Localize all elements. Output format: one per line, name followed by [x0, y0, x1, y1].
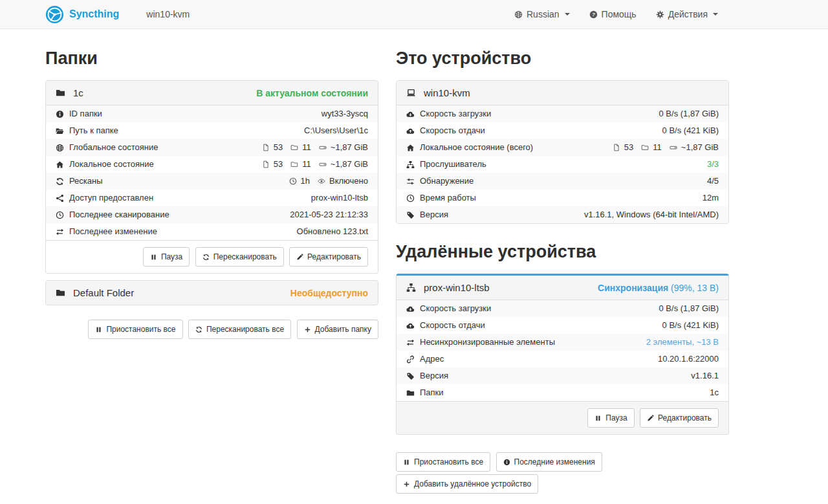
row-label: Прослушиватель	[420, 159, 486, 170]
actions-menu[interactable]: Действия	[656, 9, 718, 19]
row-label: Путь к папке	[69, 126, 118, 136]
table-row: Скорость отдачи 0 B/s (421 KiB)	[397, 122, 728, 139]
help-menu-label: Помощь	[602, 9, 637, 19]
table-row: Локальное состояние 53 11 ~1,87 GiB	[46, 156, 378, 173]
row-label: Время работы	[420, 193, 476, 203]
home-icon	[406, 144, 415, 152]
rescan-button-label: Пересканировать	[213, 251, 277, 263]
computer-icon	[406, 88, 416, 98]
add-folder-button[interactable]: Добавить папку	[297, 320, 378, 339]
tag-icon	[406, 211, 415, 219]
folder-name: 1c	[73, 87, 83, 98]
refresh-icon	[195, 326, 202, 333]
rescans-value: 1h Включено	[289, 176, 368, 186]
folder-details-table: ID папки wyt33-3yscq Путь к папке C:\Use…	[46, 105, 378, 240]
recent-changes-button[interactable]: Последние изменения	[496, 452, 602, 472]
navbar-device-name: win10-kvm	[146, 9, 190, 19]
clock-icon	[406, 194, 415, 203]
latest-change-value: Обновлено 123.txt	[297, 226, 368, 237]
pause-all-label: Приостановить все	[414, 456, 483, 468]
svg-text:?: ?	[592, 12, 595, 17]
remote-device-status-badge: Синхронизация (99%, 13 B)	[598, 283, 719, 293]
files-count: 53	[274, 142, 283, 153]
rescan-button[interactable]: Пересканировать	[195, 247, 284, 267]
table-row: Путь к папке C:\Users\User\1c	[46, 122, 378, 139]
folder-path-value: C:\Users\User\1c	[304, 126, 368, 136]
table-row: Прослушиватель 3/3	[397, 156, 728, 173]
edit-folder-button[interactable]: Редактировать	[289, 247, 368, 267]
file-icon	[613, 144, 620, 151]
this-device-table: Скорость загрузки 0 B/s (1,87 GiB) Скоро…	[397, 105, 728, 223]
folder-icon	[56, 288, 65, 298]
table-row: Папки 1c	[397, 384, 728, 401]
remote-device-header[interactable]: prox-win10-ltsb Синхронизация (99%, 13 B…	[397, 276, 728, 300]
rescan-all-button[interactable]: Пересканировать все	[188, 320, 291, 339]
table-row: Несинхронизированные элементы 2 элементы…	[397, 334, 728, 351]
uptime-value: 12m	[703, 193, 719, 203]
status-text: Синхронизация	[598, 283, 668, 293]
dirs-count: 11	[302, 142, 311, 153]
listeners-value: 3/3	[707, 159, 719, 170]
rescan-all-label: Пересканировать все	[206, 323, 284, 335]
folders-value: 1c	[710, 388, 719, 398]
link-icon	[406, 355, 415, 364]
language-menu[interactable]: Russian	[514, 9, 570, 19]
recent-changes-label: Последние изменения	[514, 456, 595, 468]
cloud-download-icon	[406, 305, 415, 313]
navbar-brand[interactable]: Syncthing	[45, 5, 119, 24]
table-row: ID папки wyt33-3yscq	[46, 105, 378, 122]
pause-button[interactable]: Пауза	[143, 247, 190, 267]
folder-icon	[290, 144, 298, 151]
this-device-header[interactable]: win10-kvm	[397, 81, 728, 105]
remote-device-panel: prox-win10-ltsb Синхронизация (99%, 13 B…	[396, 274, 729, 435]
size-value: ~1,87 GiB	[331, 142, 368, 153]
table-row: Время работы 12m	[397, 190, 728, 206]
pause-all-folders-button[interactable]: Приостановить все	[88, 320, 182, 339]
hdd-icon	[670, 144, 677, 151]
cloud-upload-icon	[406, 127, 415, 135]
edit-device-button[interactable]: Редактировать	[640, 408, 719, 428]
row-label: Скорость загрузки	[420, 109, 491, 119]
download-rate-value: 0 B/s (1,87 GiB)	[659, 303, 719, 314]
row-label: ID папки	[69, 109, 102, 119]
sitemap-icon	[406, 160, 415, 169]
upload-rate-value: 0 B/s (421 KiB)	[662, 320, 719, 331]
folder-1c-header[interactable]: 1c В актуальном состоянии	[46, 81, 378, 105]
help-menu[interactable]: ? Помощь	[589, 9, 637, 19]
files-count: 53	[274, 159, 283, 170]
brand-name: Syncthing	[69, 8, 119, 20]
table-row: Последнее изменение Обновлено 123.txt	[46, 223, 378, 240]
pause-icon	[594, 415, 602, 422]
info-circle-icon	[56, 110, 64, 118]
size-value: ~1,87 GiB	[331, 159, 368, 170]
hdd-icon	[319, 144, 327, 151]
devices-column: Это устройство win10-kvm Скорость загруз…	[396, 29, 729, 494]
version-value: v1.16.1	[691, 371, 719, 381]
shared-with-value: prox-win10-ltsb	[311, 193, 368, 203]
remote-footer-actions: Приостановить все Последние изменения До…	[396, 452, 729, 494]
add-remote-device-button[interactable]: Добавить удалённое устройство	[396, 474, 538, 494]
row-label: Последнее изменение	[69, 226, 157, 237]
remote-devices-title: Удалённые устройства	[396, 242, 729, 262]
local-state-total-value: 53 11 ~1,87 GiB	[613, 142, 719, 153]
row-label: Папки	[420, 388, 444, 398]
folder-id-value: wyt33-3yscq	[321, 109, 368, 119]
plus-icon	[304, 326, 311, 333]
remote-device-table: Скорость загрузки 0 B/s (1,87 GiB) Скоро…	[397, 300, 728, 401]
edit-button-label: Редактировать	[658, 412, 712, 424]
out-of-sync-link[interactable]: 2 элементы, ~13 B	[646, 337, 719, 347]
globe-icon	[56, 144, 64, 152]
pause-device-button[interactable]: Пауза	[587, 408, 634, 428]
watcher-state: Включено	[329, 176, 368, 186]
rescan-interval: 1h	[301, 176, 310, 186]
version-value: v1.16.1, Windows (64-bit Intel/AMD)	[584, 210, 719, 220]
pencil-icon	[296, 254, 303, 261]
pause-all-devices-button[interactable]: Приостановить все	[396, 452, 490, 472]
table-row: Глобальное состояние 53 11 ~1,87 GiB	[46, 139, 378, 156]
info-circle-icon	[503, 459, 510, 466]
folder-default-header[interactable]: Default Folder Необщедоступно	[46, 281, 378, 305]
local-state-value: 53 11 ~1,87 GiB	[262, 159, 368, 170]
row-label: Скорость отдачи	[420, 320, 485, 331]
row-label: Обнаружение	[420, 176, 474, 186]
upload-rate-value: 0 B/s (421 KiB)	[662, 126, 719, 136]
